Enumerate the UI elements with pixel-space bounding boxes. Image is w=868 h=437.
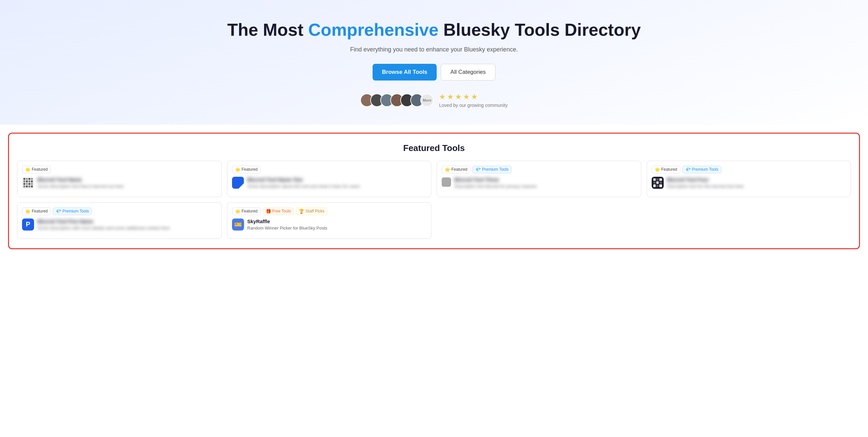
tool-info-5: Blurred Tool Five Name Some description … [37,218,170,231]
gift-icon: 🎁 [266,209,271,214]
badge-featured: 🌟 Featured [232,166,261,173]
empty-slot-2 [647,202,851,239]
tool-header-3: Blurred Tool Three Description text blur… [442,177,636,190]
badge-staff-picks: 🏆 Staff Picks [296,207,327,215]
card-badges-4: 🌟 Featured 💎 Premium Tools [652,166,846,173]
card-badges-3: 🌟 Featured 💎 Premium Tools [442,166,636,173]
star-4: ★ [463,92,470,101]
badge-featured: 🌟 Featured [22,166,51,173]
tool-desc-2: Some description about this tool and wha… [247,183,360,190]
tool-header-skyraffle: 🎫 SkyRaffle Random Winner Picker for Blu… [232,218,427,231]
tool-header-1: Blurred Tool Name Some description text … [22,177,217,190]
tool-name-4: Blurred Tool Four [667,177,744,182]
tool-header-5: P Blurred Tool Five Name Some descriptio… [22,218,217,231]
tool-name-2: Blurred Tool Name Two [247,177,360,182]
hero-buttons: Browse All Tools All Categories [7,64,861,81]
star-icon: 🌟 [25,167,30,172]
tool-card-skyraffle[interactable]: 🌟 Featured 🎁 Free Tools 🏆 Staff Picks 🎫 … [227,202,432,239]
card-badges-5: 🌟 Featured 💎 Premium Tools [22,207,217,215]
badge-featured: 🌟 Featured [22,207,51,215]
card-badges-skyraffle: 🌟 Featured 🎁 Free Tools 🏆 Staff Picks [232,207,427,215]
badge-premium: 💎 Premium Tools [682,166,721,173]
tool-info-skyraffle: SkyRaffle Random Winner Picker for BlueS… [247,218,328,231]
tool-logo-1 [22,177,34,189]
star-2: ★ [447,92,454,101]
hero-title-part1: The Most [227,20,308,39]
tool-card-5[interactable]: 🌟 Featured 💎 Premium Tools P Blurred Too… [17,202,222,239]
hero-title: The Most Comprehensive Bluesky Tools Dir… [7,20,861,40]
tools-grid-row1: 🌟 Featured [17,161,851,197]
tool-name-skyraffle: SkyRaffle [247,218,328,224]
tool-name-3: Blurred Tool Three [454,177,537,182]
tool-desc-skyraffle: Random Winner Picker for BlueSky Posts [247,225,328,231]
rating-text: Loved by our growing community [439,103,507,108]
browse-all-tools-button[interactable]: Browse All Tools [373,64,437,81]
avatar-more: More [420,93,434,107]
tool-info-3: Blurred Tool Three Description text blur… [454,177,537,190]
tool-info-4: Blurred Tool Four Description text for t… [667,177,744,190]
tool-desc-3: Description text blurred for privacy rea… [454,183,537,190]
badge-featured: 🌟 Featured [442,166,470,173]
hero-title-part2: Bluesky Tools Directory [438,20,641,39]
hero-section: The Most Comprehensive Bluesky Tools Dir… [0,0,868,125]
tool-header-4: Blurred Tool Four Description text for t… [652,177,846,190]
tool-logo-skyraffle: 🎫 [232,218,244,231]
tool-name-5: Blurred Tool Five Name [37,218,170,224]
tool-logo-4 [652,177,664,189]
tool-name-1: Blurred Tool Name [37,177,124,182]
star-icon: 🌟 [235,209,240,214]
featured-tools-section: Featured Tools 🌟 Featured [8,133,860,249]
hero-title-highlight: Comprehensive [308,20,438,39]
badge-free: 🎁 Free Tools [263,207,294,215]
star-1: ★ [439,92,446,101]
badge-premium: 💎 Premium Tools [472,166,512,173]
all-categories-button[interactable]: All Categories [441,64,495,81]
card-badges-1: 🌟 Featured [22,166,217,173]
tool-logo-2 [232,177,244,189]
star-icon: 🌟 [235,167,240,172]
tool-header-2: Blurred Tool Name Two Some description a… [232,177,427,190]
social-proof: More ★ ★ ★ ★ ★ Loved by our growing comm… [7,92,861,108]
diamond-icon: 💎 [475,167,481,172]
tool-card-1[interactable]: 🌟 Featured [17,161,222,197]
empty-slot-1 [437,202,641,239]
stars: ★ ★ ★ ★ ★ [439,92,478,101]
star-5: ★ [471,92,478,101]
card-badges-2: 🌟 Featured [232,166,427,173]
tool-desc-4: Description text for this blurred tool h… [667,183,744,190]
tool-info-2: Blurred Tool Name Two Some description a… [247,177,360,190]
rating-block: ★ ★ ★ ★ ★ Loved by our growing community [439,92,507,108]
tool-desc-5: Some description with more details and s… [37,225,170,231]
badge-featured: 🌟 Featured [652,166,680,173]
avatars-group: More [360,93,434,107]
tool-card-4[interactable]: 🌟 Featured 💎 Premium Tools [647,161,851,197]
tool-card-2[interactable]: 🌟 Featured Blurred Tool Name Two Some de… [227,161,432,197]
trophy-icon: 🏆 [299,209,304,214]
tool-desc-1: Some description text that is blurred ou… [37,183,124,190]
tool-info-1: Blurred Tool Name Some description text … [37,177,124,190]
featured-tools-title: Featured Tools [17,143,851,153]
tool-logo-5: P [22,218,34,231]
tool-card-3[interactable]: 🌟 Featured 💎 Premium Tools Blurred Tool … [437,161,641,197]
star-icon: 🌟 [445,167,450,172]
star-icon: 🌟 [25,209,30,214]
badge-featured: 🌟 Featured [232,207,261,215]
star-3: ★ [455,92,462,101]
tools-grid-row2: 🌟 Featured 💎 Premium Tools P Blurred Too… [17,202,851,239]
diamond-icon: 💎 [685,167,691,172]
star-icon: 🌟 [655,167,660,172]
diamond-icon: 💎 [56,209,61,214]
tool-logo-3 [442,177,451,187]
hero-subtitle: Find everything you need to enhance your… [7,46,861,53]
badge-premium: 💎 Premium Tools [53,207,92,215]
